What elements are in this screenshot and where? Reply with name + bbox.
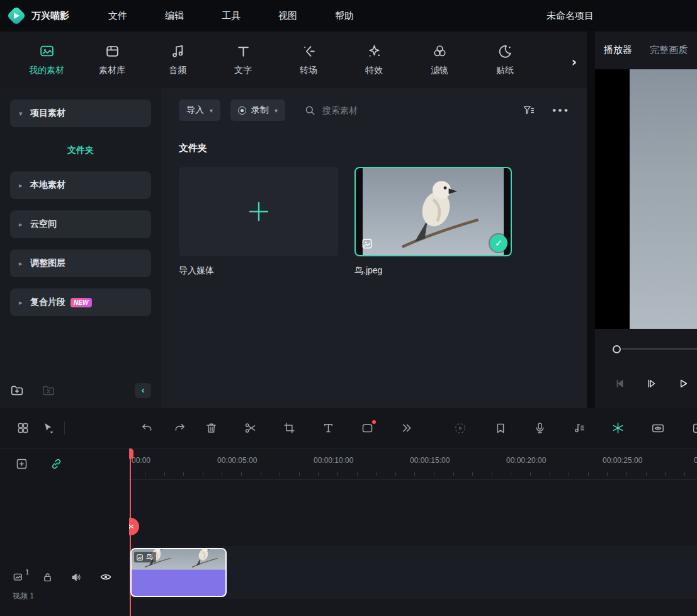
clip-label-chip: 鸟	[134, 552, 156, 562]
menu-file[interactable]: 文件	[108, 10, 127, 22]
more-tools-icon[interactable]	[399, 421, 414, 436]
timeline-corner-icons	[0, 448, 129, 471]
search-icon	[304, 105, 316, 117]
track-name: 视频 1	[13, 591, 129, 602]
tab-stock-library[interactable]: 素材库	[83, 43, 141, 76]
delete-folder-icon[interactable]	[42, 384, 55, 397]
previous-frame-button[interactable]	[614, 377, 626, 390]
undo-icon[interactable]	[139, 421, 154, 436]
media-panel: 我的素材 素材库 音频 文字	[0, 31, 587, 408]
ruler-label: 00:00:30:00	[694, 456, 697, 465]
menu-tools[interactable]: 工具	[222, 10, 241, 22]
ruler-label: 00:00:05:00	[217, 456, 257, 465]
caret-down-icon: ▾	[210, 107, 213, 114]
playhead-grip[interactable]	[129, 448, 133, 459]
effects-icon	[366, 43, 382, 59]
snap-icon[interactable]	[691, 421, 697, 436]
menu-view[interactable]: 视图	[278, 10, 297, 22]
new-badge: NEW	[71, 298, 92, 307]
tab-player[interactable]: 播放器	[604, 44, 632, 56]
record-button[interactable]: 录制 ▾	[230, 100, 285, 121]
media-sidebar: ▾ 项目素材 文件夹 ▸ 本地素材 ▸ 云空间 ▸ 调整图层	[0, 88, 161, 408]
audio-icon	[170, 43, 186, 59]
redo-icon[interactable]	[172, 421, 187, 436]
filter-icon[interactable]	[522, 104, 535, 117]
timeline-clip-bird[interactable]: 鸟	[130, 548, 227, 597]
select-tool-icon[interactable]	[40, 421, 55, 436]
delete-icon[interactable]	[203, 421, 218, 436]
sidebar-item-cloud[interactable]: ▸ 云空间	[10, 210, 151, 238]
marker-icon[interactable]	[493, 421, 508, 436]
play-button[interactable]	[677, 377, 689, 390]
clip-label: 鸟	[146, 552, 153, 562]
next-frame-button[interactable]	[645, 377, 658, 390]
sidebar-item-folder[interactable]: 文件夹	[0, 139, 161, 163]
bird-photo	[363, 168, 504, 255]
timeline-body: 1	[0, 448, 697, 616]
add-track-icon[interactable]	[15, 457, 28, 471]
import-button[interactable]: 导入 ▾	[179, 100, 220, 121]
library-section-title: 文件夹	[179, 142, 569, 154]
player-tabs: 播放器 完整画质	[595, 31, 697, 68]
voiceover-mic-icon[interactable]	[532, 421, 547, 436]
keyframe-icon[interactable]	[610, 421, 625, 436]
menu-help[interactable]: 帮助	[335, 10, 354, 22]
playhead-split-button[interactable]	[129, 518, 139, 535]
mute-track-icon[interactable]	[71, 571, 82, 583]
tab-stickers[interactable]: 贴纸	[476, 43, 534, 76]
sidebar-footer: ‹	[0, 380, 161, 401]
tab-text[interactable]: 文字	[214, 43, 272, 76]
audio-mixer-icon[interactable]	[571, 421, 586, 436]
text-icon	[235, 43, 251, 59]
timeline-header-column: 1	[0, 448, 129, 616]
crop-icon[interactable]	[281, 421, 297, 436]
transitions-icon	[301, 43, 317, 59]
timeline-ruler[interactable]: 00:00 00:00:05:00 00:00:10:00 00:00:15:0…	[129, 448, 697, 480]
record-icon	[238, 106, 246, 115]
ruler-label: 00:00:25:00	[603, 456, 642, 465]
search-input[interactable]	[322, 105, 417, 115]
import-media-tile[interactable]	[179, 167, 338, 256]
media-item-wrap: ✓ 鸟.jpeg	[354, 167, 512, 277]
timeline-toolbar	[0, 408, 697, 448]
preview-viewport	[595, 69, 697, 329]
sidebar-item-adjustment-layer[interactable]: ▸ 调整图层	[10, 249, 151, 277]
tab-filters[interactable]: 滤镜	[411, 43, 468, 76]
more-options-icon[interactable]: •••	[552, 106, 569, 115]
library-toolbar: 导入 ▾ 录制 ▾	[179, 98, 569, 122]
tab-audio[interactable]: 音频	[149, 43, 207, 76]
menu-edit[interactable]: 编辑	[165, 10, 184, 22]
stock-library-icon	[105, 43, 120, 59]
timeline-tracks-area: 00:00 00:00:05:00 00:00:10:00 00:00:15:0…	[129, 448, 697, 616]
track-visibility-eye-icon[interactable]	[99, 571, 112, 583]
seek-track[interactable]	[622, 348, 697, 350]
link-clips-icon[interactable]	[50, 457, 63, 471]
seek-knob[interactable]	[613, 345, 621, 353]
media-item-name: 鸟.jpeg	[354, 265, 512, 277]
media-tabbar: 我的素材 素材库 音频 文字	[0, 31, 587, 88]
tab-my-media[interactable]: 我的素材	[18, 43, 76, 76]
sidebar-item-compound-clip[interactable]: ▸ 复合片段 NEW	[10, 288, 151, 316]
tabs-overflow-chevron-icon[interactable]: ›	[572, 54, 577, 69]
new-folder-icon[interactable]	[10, 384, 24, 397]
sidebar-item-project-media[interactable]: ▾ 项目素材	[10, 100, 151, 127]
tab-transitions[interactable]: 转场	[280, 43, 337, 76]
selected-check-icon[interactable]: ✓	[490, 234, 507, 252]
render-preview-icon[interactable]	[453, 421, 468, 436]
sidebar-item-local-media[interactable]: ▸ 本地素材	[10, 171, 151, 199]
collapse-sidebar-button[interactable]: ‹	[135, 383, 151, 398]
tab-effects[interactable]: 特效	[345, 43, 403, 76]
ruler-ticks	[145, 472, 697, 476]
media-item-thumbnail[interactable]: ✓	[354, 167, 512, 256]
tab-full-quality[interactable]: 完整画质	[650, 44, 688, 56]
layout-grid-icon[interactable]	[15, 421, 30, 436]
mask-icon[interactable]	[360, 421, 375, 436]
app-name: 万兴喵影	[31, 10, 69, 22]
split-scissors-icon[interactable]	[242, 421, 258, 436]
video-track-badge-icon[interactable]: 1	[13, 571, 25, 583]
lock-track-icon[interactable]	[42, 571, 54, 583]
text-tool-icon[interactable]	[320, 421, 336, 436]
player-panel: 播放器 完整画质	[595, 31, 697, 408]
caret-right-icon: ▸	[19, 181, 30, 190]
track-preview-icon[interactable]	[650, 421, 666, 436]
